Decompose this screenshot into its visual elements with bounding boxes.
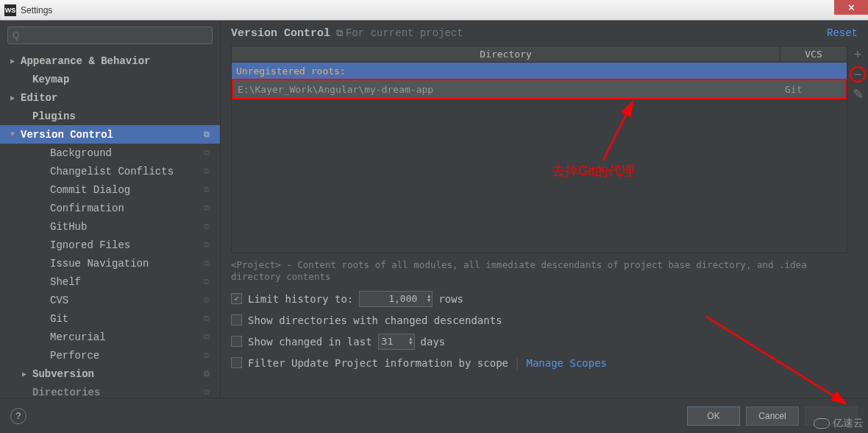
copy-settings-icon: ⧉ [204, 204, 213, 213]
copy-settings-icon: ⧉ [204, 167, 213, 176]
column-vcs[interactable]: VCS [780, 46, 847, 62]
show-changed-checkbox[interactable] [231, 336, 242, 347]
window-title: Settings [21, 5, 52, 15]
reset-link[interactable]: Reset [827, 27, 858, 39]
tree-item-directories[interactable]: Directories⧉ [0, 383, 220, 398]
tree-item-subversion[interactable]: ▶Subversion⧉ [0, 365, 220, 383]
copy-settings-icon: ⧉ [204, 351, 213, 360]
edit-mapping-button[interactable]: ✎ [850, 87, 865, 102]
tree-item-git[interactable]: Git⧉ [0, 309, 220, 328]
copy-settings-icon: ⧉ [204, 186, 213, 194]
copy-settings-icon: ⧉ [204, 296, 213, 305]
tree-item-label: Background [50, 147, 112, 159]
tree-item-label: Issue Navigation [50, 258, 149, 270]
tree-item-label: Version Control [21, 129, 113, 141]
filter-scope-checkbox[interactable] [231, 357, 242, 368]
limit-history-suffix: rows [438, 293, 463, 305]
help-icon: ? [15, 410, 21, 421]
tree-item-cvs[interactable]: CVS⧉ [0, 291, 220, 309]
cancel-button[interactable]: Cancel [746, 406, 799, 426]
tree-item-label: Git [50, 313, 68, 325]
show-dirs-label: Show directories with changed descendant… [248, 314, 502, 326]
watermark-text: 亿速云 [833, 417, 864, 430]
tree-item-mercurial[interactable]: Mercurial⧉ [0, 328, 220, 346]
tree-item-changelist-conflicts[interactable]: Changelist Conflicts⧉ [0, 162, 220, 180]
tree-arrow-icon: ▶ [22, 370, 29, 379]
tree-item-appearance-behavior[interactable]: ▶Appearance & Behavior [0, 52, 220, 70]
tree-item-label: Subversion [32, 368, 94, 380]
panel-breadcrumb: Version Control [231, 27, 330, 40]
show-changed-label-post: days [421, 336, 446, 348]
limit-history-spinner[interactable]: 1,000 ▲▼ [359, 291, 433, 307]
settings-sidebar: ▶Appearance & BehaviorKeymap▶EditorPlugi… [0, 21, 221, 398]
dialog-button-bar: ? OK Cancel [0, 398, 868, 433]
vcs-mapping-table[interactable]: Directory VCS Unregistered roots: E:\Kay… [231, 46, 847, 253]
unregistered-roots-header: Unregistered roots: [232, 63, 847, 79]
tree-item-issue-navigation[interactable]: Issue Navigation⧉ [0, 254, 220, 272]
cloud-icon [814, 418, 830, 429]
tree-item-plugins[interactable]: Plugins [0, 107, 220, 125]
column-directory[interactable]: Directory [232, 46, 780, 62]
help-button[interactable]: ? [10, 408, 26, 424]
show-changed-value: 31 [382, 336, 394, 347]
search-input[interactable] [7, 27, 213, 44]
show-changed-label-pre: Show changed in last [248, 336, 372, 348]
project-description: <Project> - Content roots of all modules… [231, 259, 858, 284]
tree-item-label: Perforce [50, 350, 99, 362]
tree-item-label: GitHub [50, 221, 87, 233]
tree-item-keymap[interactable]: Keymap [0, 70, 220, 88]
tree-item-label: Commit Dialog [50, 184, 130, 196]
tree-item-commit-dialog[interactable]: Commit Dialog⧉ [0, 180, 220, 199]
app-icon: WS [4, 4, 16, 16]
watermark: 亿速云 [814, 417, 864, 430]
window-close-button[interactable]: ✕ [834, 0, 868, 15]
tree-item-label: Editor [21, 92, 57, 104]
show-dirs-checkbox[interactable] [231, 314, 242, 325]
tree-item-label: Ignored Files [50, 239, 130, 251]
tree-item-label: Appearance & Behavior [21, 55, 150, 67]
close-icon: ✕ [847, 2, 855, 13]
mapping-vcs-cell: Git [779, 84, 845, 95]
vcs-mapping-row[interactable]: E:\Kayer_Work\Angular\my-dream-app Git [232, 79, 847, 99]
tree-item-label: CVS [50, 295, 68, 306]
tree-item-perforce[interactable]: Perforce⧉ [0, 346, 220, 365]
tree-arrow-icon: ▶ [10, 94, 18, 102]
tree-item-label: Changelist Conflicts [50, 166, 174, 177]
copy-settings-icon: ⧉ [204, 130, 213, 139]
limit-history-checkbox[interactable]: ✓ [231, 293, 242, 304]
manage-scopes-link[interactable]: Manage Scopes [526, 357, 607, 369]
copy-settings-icon: ⧉ [204, 314, 213, 323]
copy-settings-icon: ⧉ [204, 333, 213, 342]
copy-settings-icon: ⧉ [204, 370, 213, 379]
tree-item-version-control[interactable]: ▼Version Control⧉ [0, 125, 220, 144]
tree-item-label: Confirmation [50, 203, 124, 214]
tree-item-label: Plugins [32, 110, 76, 122]
project-scope-icon: ⧉ [336, 28, 343, 39]
show-changed-spinner[interactable]: 31 ▲▼ [378, 334, 415, 350]
copy-settings-icon: ⧉ [204, 259, 213, 268]
mapping-directory-cell: E:\Kayer_Work\Angular\my-dream-app [233, 84, 779, 95]
tree-item-confirmation[interactable]: Confirmation⧉ [0, 199, 220, 217]
remove-mapping-button[interactable]: − [850, 66, 866, 82]
ok-button[interactable]: OK [687, 406, 740, 426]
tree-item-github[interactable]: GitHub⧉ [0, 217, 220, 236]
settings-tree[interactable]: ▶Appearance & BehaviorKeymap▶EditorPlugi… [0, 49, 220, 398]
copy-settings-icon: ⧉ [204, 278, 213, 286]
add-mapping-button[interactable]: + [850, 47, 865, 62]
tree-item-editor[interactable]: ▶Editor [0, 88, 220, 107]
tree-item-background[interactable]: Background⧉ [0, 144, 220, 162]
copy-settings-icon: ⧉ [204, 222, 213, 231]
tree-item-ignored-files[interactable]: Ignored Files⧉ [0, 236, 220, 254]
tree-item-shelf[interactable]: Shelf⧉ [0, 272, 220, 291]
titlebar: WS Settings ✕ [0, 0, 868, 21]
limit-history-value: 1,000 [388, 293, 417, 304]
separator: | [514, 357, 520, 369]
settings-panel: Version Control ⧉ For current project Re… [221, 21, 868, 398]
spinner-arrows-icon[interactable]: ▲▼ [427, 292, 430, 306]
spinner-arrows-icon[interactable]: ▲▼ [409, 334, 412, 349]
limit-history-label: Limit history to: [248, 293, 353, 305]
copy-settings-icon: ⧉ [204, 149, 213, 158]
tree-item-label: Keymap [32, 74, 69, 85]
panel-subtitle: For current project [346, 27, 463, 39]
pencil-icon: ✎ [853, 86, 864, 102]
